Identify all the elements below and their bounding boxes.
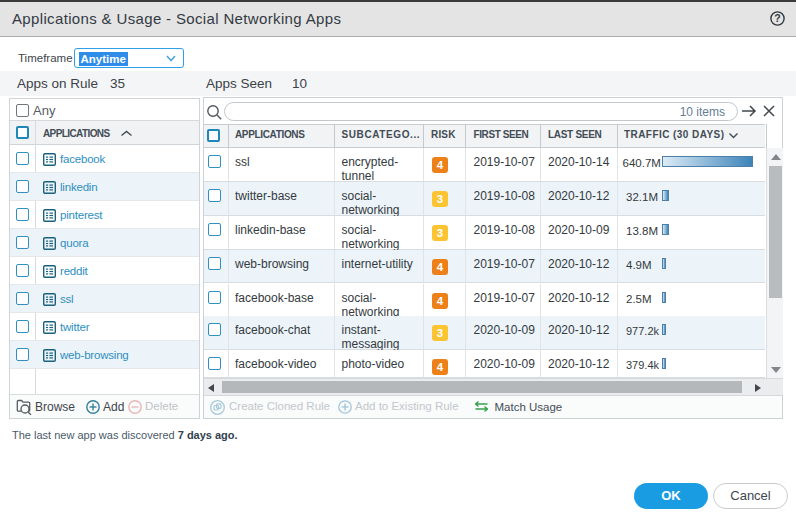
svg-text:?: ?: [774, 12, 780, 24]
